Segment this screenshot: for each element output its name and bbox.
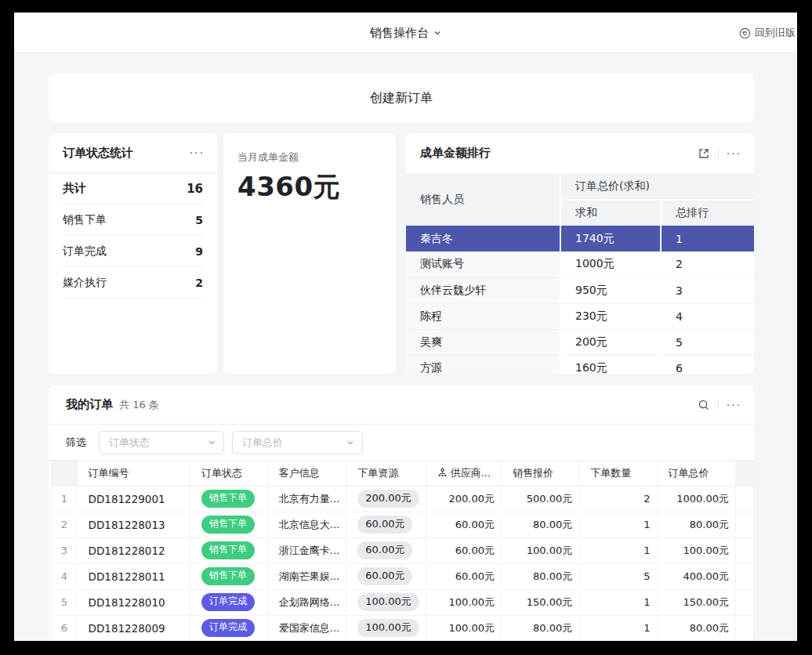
tail-cell: [735, 486, 753, 512]
rank-value: 4: [661, 303, 754, 329]
chevron-down-icon: [433, 29, 441, 37]
col-supplier[interactable]: 供应商...: [426, 461, 501, 486]
salesperson-name: 秦吉冬: [406, 226, 560, 252]
ranking-row-highlighted: 秦吉冬 1740元 1: [406, 226, 754, 252]
status-badge: 销售下单: [201, 490, 255, 508]
filter-order-total-select[interactable]: 订单总价: [232, 431, 363, 454]
col-order-id[interactable]: 订单编号: [77, 461, 190, 486]
divider: [718, 400, 719, 411]
chevron-down-icon: [208, 439, 216, 447]
order-row[interactable]: 2 DD181228013 销售下单 北京信息大... 60.00元 60.00…: [52, 512, 754, 537]
filter-bar: 筛选 订单状态 订单总价: [49, 425, 754, 461]
order-id: DD181228010: [77, 589, 190, 615]
supplier-price: 60.00元: [426, 563, 501, 589]
divider: [718, 148, 719, 159]
order-id: DD181228013: [77, 512, 190, 537]
order-qty: 1: [579, 589, 657, 615]
order-id: DD181228012: [77, 537, 190, 563]
supplier-price: 100.00元: [426, 589, 501, 615]
page-title: 销售操作台: [370, 26, 429, 41]
sale-price: 150.00元: [501, 589, 578, 615]
sale-price: 100.00元: [501, 537, 578, 563]
col-total[interactable]: 订单总价: [657, 461, 735, 486]
sum-value: 160元: [560, 355, 661, 374]
tail-cell: [735, 563, 753, 589]
amount-value: 4360元: [237, 169, 382, 205]
order-row[interactable]: 1 DD181229001 销售下单 北京有力量... 200.00元 200.…: [52, 486, 754, 512]
status-badge: 订单完成: [201, 593, 255, 611]
salesperson-name: 陈程: [406, 303, 560, 329]
more-menu-icon[interactable]: ···: [190, 147, 205, 158]
row-index: 3: [52, 537, 78, 563]
order-row[interactable]: 3 DD181228012 销售下单 浙江金鹰卡... 60.00元 60.00…: [52, 537, 754, 563]
resource-pill: 60.00元: [357, 567, 412, 586]
col-sale-price[interactable]: 销售报价: [501, 461, 578, 486]
status-row: 媒介执行 2: [63, 267, 203, 299]
ranking-row: 测试账号 1000元 2: [406, 252, 754, 277]
ranking-row: 方源 160元 6: [406, 355, 754, 374]
more-menu-icon[interactable]: ···: [727, 400, 741, 411]
row-index: 4: [52, 563, 78, 589]
row-index: 1: [52, 486, 78, 512]
filter-placeholder: 订单总价: [242, 436, 283, 450]
supplier-price: 100.00元: [426, 615, 501, 641]
supplier-price: 60.00元: [426, 537, 501, 563]
salesperson-name: 伙伴云魏少轩: [406, 277, 560, 303]
orders-count: 共 16 条: [119, 398, 159, 412]
col-supplier-label: 供应商...: [451, 466, 491, 480]
order-qty: 1: [579, 512, 657, 537]
more-menu-icon[interactable]: ···: [727, 148, 741, 159]
status-value: 9: [195, 245, 203, 258]
status-value: 2: [195, 277, 203, 289]
ranking-table: 销售人员 订单总价(求和) 求和 总排行 秦吉冬 1740元 1 测试账号 10…: [406, 173, 754, 374]
card-title: 成单金额排行: [420, 146, 491, 161]
col-resource[interactable]: 下单资源: [346, 461, 426, 486]
col-order-status[interactable]: 订单状态: [190, 461, 268, 486]
tail-cell: [735, 589, 753, 615]
order-qty: 1: [579, 537, 657, 563]
search-icon[interactable]: [698, 399, 710, 411]
order-qty: 5: [579, 563, 657, 589]
topbar: 销售操作台 回到旧版: [14, 13, 797, 53]
order-id: DD181228011: [77, 563, 190, 589]
status-label: 订单完成: [63, 244, 107, 259]
sum-value: 230元: [560, 303, 661, 329]
card-title: 我的订单: [66, 397, 113, 412]
orders-table: 订单编号 订单状态 客户信息 下单资源 供应商... 销售报价 下单数量: [51, 461, 754, 641]
rank-value: 1: [661, 226, 754, 252]
order-id: DD181229001: [77, 486, 190, 512]
customer-info: 爱国家信息...: [267, 615, 346, 641]
sale-price: 80.00元: [501, 615, 578, 641]
revert-icon: [739, 27, 751, 39]
create-order-button[interactable]: 创建新订单: [49, 74, 754, 122]
rank-value: 5: [661, 329, 754, 355]
main-content: 创建新订单 订单状态统计 ··· 共计 16 销售下单 5 订单完成 9 媒介执…: [14, 53, 797, 641]
app-window: 销售操作台 回到旧版 创建新订单 订单状态统计 ··· 共计 16: [14, 13, 797, 641]
resource-pill: 60.00元: [357, 541, 412, 560]
status-badge: 销售下单: [201, 541, 255, 559]
tail-cell: [735, 615, 753, 641]
customer-info: 浙江金鹰卡...: [267, 537, 346, 563]
filter-order-status-select[interactable]: 订单状态: [99, 431, 224, 454]
card-title: 订单状态统计: [63, 146, 133, 161]
status-value: 16: [187, 182, 203, 196]
customer-info: 湖南芒果娱...: [267, 563, 346, 589]
row-index: 5: [52, 589, 78, 615]
row-index: 2: [52, 512, 78, 537]
col-customer[interactable]: 客户信息: [267, 461, 346, 486]
order-row[interactable]: 4 DD181228011 销售下单 湖南芒果娱... 60.00元 60.00…: [52, 563, 754, 589]
amount-ranking-card: 成单金额排行 ··· 销售人员 订单总价(求和) 求和 总排行: [406, 133, 754, 374]
col-sum: 求和: [560, 200, 661, 226]
col-order-total-sum: 订单总价(求和): [560, 173, 754, 200]
order-row[interactable]: 5 DD181228010 订单完成 企划路网络... 100.00元 100.…: [52, 589, 754, 615]
open-external-icon[interactable]: [698, 147, 710, 160]
resource-pill: 200.00元: [357, 490, 419, 508]
order-row[interactable]: 6 DD181228009 订单完成 爱国家信息... 100.00元 100.…: [52, 615, 754, 641]
chevron-down-icon: [346, 439, 354, 447]
filter-label: 筛选: [66, 436, 86, 450]
back-to-old-version-button[interactable]: 回到旧版: [739, 13, 796, 53]
order-total: 80.00元: [657, 512, 735, 537]
workspace-switcher[interactable]: 销售操作台: [14, 13, 797, 53]
salesperson-name: 方源: [406, 355, 560, 374]
col-qty[interactable]: 下单数量: [579, 461, 657, 486]
